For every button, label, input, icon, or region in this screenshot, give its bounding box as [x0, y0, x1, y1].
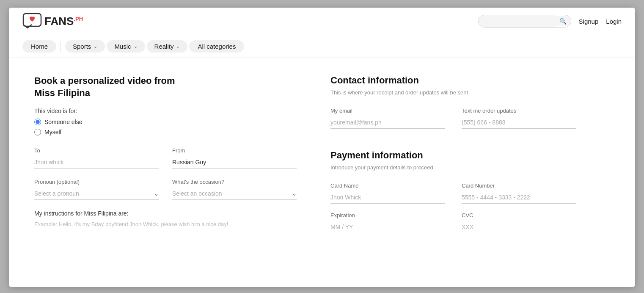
instructions-placeholder: Example: Hello, it's my Bday boyfriend J… — [34, 221, 297, 231]
card-name-label: Card Name — [330, 182, 445, 189]
expiration-label: Expiration — [330, 212, 445, 218]
from-input[interactable] — [172, 156, 297, 169]
expiration-input[interactable] — [330, 221, 445, 233]
payment-section: Payment information Introduce your payme… — [330, 150, 576, 233]
contact-section: Contact information This is where your r… — [330, 75, 576, 129]
occasion-select-text: Select an occasion — [172, 190, 292, 197]
header: FANS.PH 🔍 Signup Login — [9, 8, 635, 35]
to-label: To — [34, 147, 159, 154]
card-name-number-row: Card Name Card Number — [330, 182, 576, 204]
occasion-select[interactable]: Select an occasion ⌄ — [172, 188, 297, 200]
nav: Home Sports ⌄ Music ⌄ Reality ⌄ All cate… — [9, 35, 635, 58]
payment-title: Payment information — [330, 150, 576, 161]
chevron-down-icon: ⌄ — [292, 191, 297, 197]
pronoun-occasion-row: Pronoun (optional) Select a pronoun ⌄ Wh… — [34, 179, 297, 200]
sms-input[interactable] — [462, 116, 576, 129]
logo: FANS.PH — [22, 13, 83, 30]
occasion-group: What's the occasion? Select an occasion … — [172, 179, 297, 200]
radio-someone-else-input[interactable] — [34, 119, 41, 125]
card-number-label: Card Number — [462, 182, 576, 189]
expiration-group: Expiration — [330, 212, 445, 233]
nav-reality-label: Reality — [154, 43, 174, 50]
nav-sports-button[interactable]: Sports ⌄ — [65, 40, 105, 53]
radio-myself-label: Myself — [44, 129, 61, 135]
cvc-input[interactable] — [462, 221, 576, 233]
nav-music-label: Music — [114, 43, 131, 50]
nav-reality-button[interactable]: Reality ⌄ — [147, 40, 188, 53]
search-box[interactable]: 🔍 — [478, 15, 571, 28]
from-group: From — [172, 147, 297, 169]
header-right: 🔍 Signup Login — [478, 15, 622, 28]
payment-subtitle: Introduce your payment details to procee… — [330, 164, 576, 171]
instructions-label: My instructions for Miss Filipina are: — [34, 210, 297, 217]
nav-home-button[interactable]: Home — [22, 40, 56, 53]
chevron-down-icon: ⌄ — [154, 191, 159, 197]
pronoun-select-text: Select a pronoun — [34, 190, 154, 197]
email-input[interactable] — [330, 116, 445, 129]
main-content: Book a personalized video from Miss Fili… — [9, 58, 635, 250]
radio-someone-else-label: Someone else — [44, 119, 83, 125]
chevron-down-icon: ⌄ — [176, 44, 180, 49]
card-number-group: Card Number — [462, 182, 576, 204]
occasion-label: What's the occasion? — [172, 179, 297, 185]
sms-label: Text me order updates — [462, 108, 576, 114]
contact-title: Contact information — [330, 75, 576, 86]
search-input[interactable] — [479, 15, 555, 27]
card-name-input[interactable] — [330, 191, 445, 204]
booking-title-line2: Miss Filipina — [34, 88, 90, 98]
cvc-group: CVC — [462, 212, 576, 233]
nav-divider — [61, 41, 61, 52]
logo-name: FANS.PH — [44, 15, 83, 28]
sms-group: Text me order updates — [462, 108, 576, 129]
nav-music-button[interactable]: Music ⌄ — [107, 40, 145, 53]
email-label: My email — [330, 108, 445, 114]
booking-title-line1: Book a personalized video from — [34, 75, 175, 86]
radio-group: Someone else Myself — [34, 119, 297, 135]
email-group: My email — [330, 108, 445, 129]
logo-icon — [22, 13, 42, 30]
radio-someone-else[interactable]: Someone else — [34, 119, 297, 125]
right-panel: Contact information This is where your r… — [330, 75, 576, 233]
card-number-input[interactable] — [462, 191, 576, 204]
logo-suffix: .PH — [74, 16, 83, 22]
pronoun-select[interactable]: Select a pronoun ⌄ — [34, 188, 159, 200]
chevron-down-icon: ⌄ — [134, 44, 138, 49]
radio-myself[interactable]: Myself — [34, 129, 297, 135]
to-input[interactable] — [34, 156, 159, 169]
nav-all-categories-button[interactable]: All categories — [189, 40, 244, 53]
booking-form: Book a personalized video from Miss Fili… — [34, 75, 297, 233]
contact-row: My email Text me order updates — [330, 108, 576, 129]
search-icon[interactable]: 🔍 — [555, 16, 571, 26]
expiry-cvc-row: Expiration CVC — [330, 212, 576, 233]
booking-title: Book a personalized video from Miss Fili… — [34, 75, 297, 99]
main-window: FANS.PH 🔍 Signup Login Home Sports ⌄ Mus… — [9, 8, 635, 287]
chevron-down-icon: ⌄ — [94, 44, 97, 49]
nav-sports-label: Sports — [73, 43, 91, 50]
signup-link[interactable]: Signup — [579, 18, 599, 25]
cvc-label: CVC — [462, 212, 576, 218]
from-label: From — [172, 147, 297, 154]
pronoun-group: Pronoun (optional) Select a pronoun ⌄ — [34, 179, 159, 200]
radio-myself-input[interactable] — [34, 129, 41, 135]
to-group: To — [34, 147, 159, 169]
to-from-row: To From — [34, 147, 297, 169]
login-link[interactable]: Login — [606, 18, 622, 25]
contact-subtitle: This is where your receipt and order upd… — [330, 89, 576, 96]
card-name-group: Card Name — [330, 182, 445, 204]
video-for-label: This video is for: — [34, 108, 297, 114]
pronoun-label: Pronoun (optional) — [34, 179, 159, 185]
instructions-group: My instructions for Miss Filipina are: E… — [34, 210, 297, 231]
